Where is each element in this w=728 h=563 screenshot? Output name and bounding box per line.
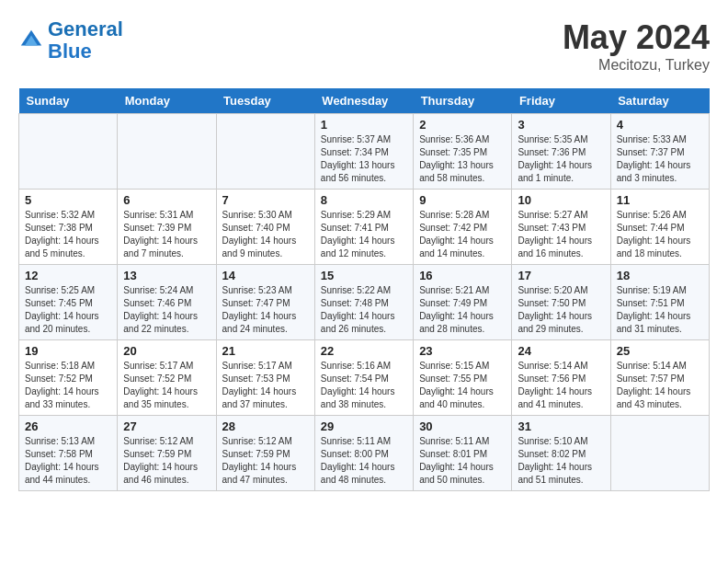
title-block: May 2024 Mecitozu, Turkey <box>563 18 710 74</box>
day-info: Sunrise: 5:32 AMSunset: 7:38 PMDaylight:… <box>25 209 111 260</box>
day-info: Sunrise: 5:22 AMSunset: 7:48 PMDaylight:… <box>321 284 407 336</box>
day-number: 10 <box>518 193 604 207</box>
calendar-cell: 12Sunrise: 5:25 AMSunset: 7:45 PMDayligh… <box>19 265 118 340</box>
day-number: 19 <box>25 344 111 358</box>
day-info: Sunrise: 5:18 AMSunset: 7:52 PMDaylight:… <box>25 360 111 411</box>
day-number: 15 <box>321 269 407 282</box>
day-number: 7 <box>222 193 309 207</box>
calendar-cell <box>19 114 118 190</box>
calendar-cell: 6Sunrise: 5:31 AMSunset: 7:39 PMDaylight… <box>118 190 216 265</box>
day-number: 5 <box>25 193 111 207</box>
weekday-header: Sunday <box>19 88 118 114</box>
day-info: Sunrise: 5:11 AMSunset: 8:00 PMDaylight:… <box>321 435 407 487</box>
calendar-cell: 26Sunrise: 5:13 AMSunset: 7:58 PMDayligh… <box>19 416 118 491</box>
day-info: Sunrise: 5:10 AMSunset: 8:02 PMDaylight:… <box>518 435 604 487</box>
calendar-cell: 20Sunrise: 5:17 AMSunset: 7:52 PMDayligh… <box>118 340 216 416</box>
calendar-cell: 4Sunrise: 5:33 AMSunset: 7:37 PMDaylight… <box>610 114 709 190</box>
day-info: Sunrise: 5:19 AMSunset: 7:51 PMDaylight:… <box>617 284 703 336</box>
calendar-cell <box>216 114 314 190</box>
day-number: 1 <box>321 118 407 132</box>
logo-line2: Blue <box>48 40 92 63</box>
day-number: 27 <box>123 419 210 433</box>
day-info: Sunrise: 5:33 AMSunset: 7:37 PMDaylight:… <box>617 133 703 185</box>
page-header: General Blue May 2024 Mecitozu, Turkey <box>18 18 710 74</box>
weekday-header: Saturday <box>610 88 709 114</box>
day-info: Sunrise: 5:28 AMSunset: 7:42 PMDaylight:… <box>419 209 506 260</box>
calendar-cell: 31Sunrise: 5:10 AMSunset: 8:02 PMDayligh… <box>512 416 610 491</box>
day-number: 16 <box>419 269 506 282</box>
calendar-cell: 14Sunrise: 5:23 AMSunset: 7:47 PMDayligh… <box>216 265 314 340</box>
calendar-cell: 28Sunrise: 5:12 AMSunset: 7:59 PMDayligh… <box>216 416 314 491</box>
day-number: 22 <box>321 344 407 358</box>
day-number: 24 <box>518 344 604 358</box>
calendar-cell: 10Sunrise: 5:27 AMSunset: 7:43 PMDayligh… <box>512 190 610 265</box>
day-number: 28 <box>222 419 309 433</box>
calendar-cell: 24Sunrise: 5:14 AMSunset: 7:56 PMDayligh… <box>512 340 610 416</box>
day-number: 31 <box>518 419 604 433</box>
calendar-week-row: 12Sunrise: 5:25 AMSunset: 7:45 PMDayligh… <box>19 265 710 340</box>
day-number: 12 <box>25 269 111 282</box>
calendar-table: SundayMondayTuesdayWednesdayThursdayFrid… <box>18 88 710 491</box>
calendar-cell: 23Sunrise: 5:15 AMSunset: 7:55 PMDayligh… <box>414 340 512 416</box>
day-info: Sunrise: 5:14 AMSunset: 7:56 PMDaylight:… <box>518 360 604 411</box>
calendar-cell: 7Sunrise: 5:30 AMSunset: 7:40 PMDaylight… <box>216 190 314 265</box>
calendar-cell: 30Sunrise: 5:11 AMSunset: 8:01 PMDayligh… <box>414 416 512 491</box>
calendar-week-row: 19Sunrise: 5:18 AMSunset: 7:52 PMDayligh… <box>19 340 710 416</box>
calendar-cell: 5Sunrise: 5:32 AMSunset: 7:38 PMDaylight… <box>19 190 118 265</box>
weekday-header: Monday <box>118 88 216 114</box>
day-number: 13 <box>123 269 210 282</box>
day-number: 8 <box>321 193 407 207</box>
day-number: 29 <box>321 419 407 433</box>
day-number: 14 <box>222 269 309 282</box>
day-info: Sunrise: 5:24 AMSunset: 7:46 PMDaylight:… <box>123 284 210 336</box>
day-info: Sunrise: 5:23 AMSunset: 7:47 PMDaylight:… <box>222 284 309 336</box>
day-number: 11 <box>617 193 703 207</box>
calendar-cell: 21Sunrise: 5:17 AMSunset: 7:53 PMDayligh… <box>216 340 314 416</box>
day-info: Sunrise: 5:27 AMSunset: 7:43 PMDaylight:… <box>518 209 604 260</box>
calendar-cell: 19Sunrise: 5:18 AMSunset: 7:52 PMDayligh… <box>19 340 118 416</box>
calendar-week-row: 5Sunrise: 5:32 AMSunset: 7:38 PMDaylight… <box>19 190 710 265</box>
calendar-cell: 15Sunrise: 5:22 AMSunset: 7:48 PMDayligh… <box>314 265 413 340</box>
calendar-cell: 1Sunrise: 5:37 AMSunset: 7:34 PMDaylight… <box>314 114 413 190</box>
day-info: Sunrise: 5:15 AMSunset: 7:55 PMDaylight:… <box>419 360 506 411</box>
calendar-cell: 29Sunrise: 5:11 AMSunset: 8:00 PMDayligh… <box>314 416 413 491</box>
calendar-cell: 2Sunrise: 5:36 AMSunset: 7:35 PMDaylight… <box>414 114 512 190</box>
calendar-cell <box>118 114 216 190</box>
day-number: 4 <box>617 118 703 132</box>
day-info: Sunrise: 5:13 AMSunset: 7:58 PMDaylight:… <box>25 435 111 487</box>
location: Mecitozu, Turkey <box>563 57 710 74</box>
day-number: 26 <box>25 419 111 433</box>
calendar-cell <box>610 416 709 491</box>
calendar-cell: 8Sunrise: 5:29 AMSunset: 7:41 PMDaylight… <box>314 190 413 265</box>
day-info: Sunrise: 5:25 AMSunset: 7:45 PMDaylight:… <box>25 284 111 336</box>
day-number: 17 <box>518 269 604 282</box>
day-info: Sunrise: 5:31 AMSunset: 7:39 PMDaylight:… <box>123 209 210 260</box>
day-info: Sunrise: 5:30 AMSunset: 7:40 PMDaylight:… <box>222 209 309 260</box>
weekday-header: Friday <box>512 88 610 114</box>
day-info: Sunrise: 5:37 AMSunset: 7:34 PMDaylight:… <box>321 133 407 185</box>
logo: General Blue <box>18 18 123 63</box>
calendar-cell: 17Sunrise: 5:20 AMSunset: 7:50 PMDayligh… <box>512 265 610 340</box>
day-number: 20 <box>123 344 210 358</box>
calendar-cell: 13Sunrise: 5:24 AMSunset: 7:46 PMDayligh… <box>118 265 216 340</box>
day-info: Sunrise: 5:12 AMSunset: 7:59 PMDaylight:… <box>123 435 210 487</box>
calendar-cell: 18Sunrise: 5:19 AMSunset: 7:51 PMDayligh… <box>610 265 709 340</box>
day-number: 3 <box>518 118 604 132</box>
calendar-cell: 22Sunrise: 5:16 AMSunset: 7:54 PMDayligh… <box>314 340 413 416</box>
weekday-header: Thursday <box>414 88 512 114</box>
month-year: May 2024 <box>563 18 710 57</box>
calendar-cell: 27Sunrise: 5:12 AMSunset: 7:59 PMDayligh… <box>118 416 216 491</box>
day-number: 6 <box>123 193 210 207</box>
day-number: 9 <box>419 193 506 207</box>
day-info: Sunrise: 5:11 AMSunset: 8:01 PMDaylight:… <box>419 435 506 487</box>
day-info: Sunrise: 5:21 AMSunset: 7:49 PMDaylight:… <box>419 284 506 336</box>
day-info: Sunrise: 5:36 AMSunset: 7:35 PMDaylight:… <box>419 133 506 185</box>
day-info: Sunrise: 5:20 AMSunset: 7:50 PMDaylight:… <box>518 284 604 336</box>
weekday-header: Tuesday <box>216 88 314 114</box>
calendar-cell: 16Sunrise: 5:21 AMSunset: 7:49 PMDayligh… <box>414 265 512 340</box>
day-info: Sunrise: 5:12 AMSunset: 7:59 PMDaylight:… <box>222 435 309 487</box>
day-number: 30 <box>419 419 506 433</box>
day-number: 23 <box>419 344 506 358</box>
logo-text: General Blue <box>48 18 123 63</box>
logo-line1: General <box>48 17 123 40</box>
